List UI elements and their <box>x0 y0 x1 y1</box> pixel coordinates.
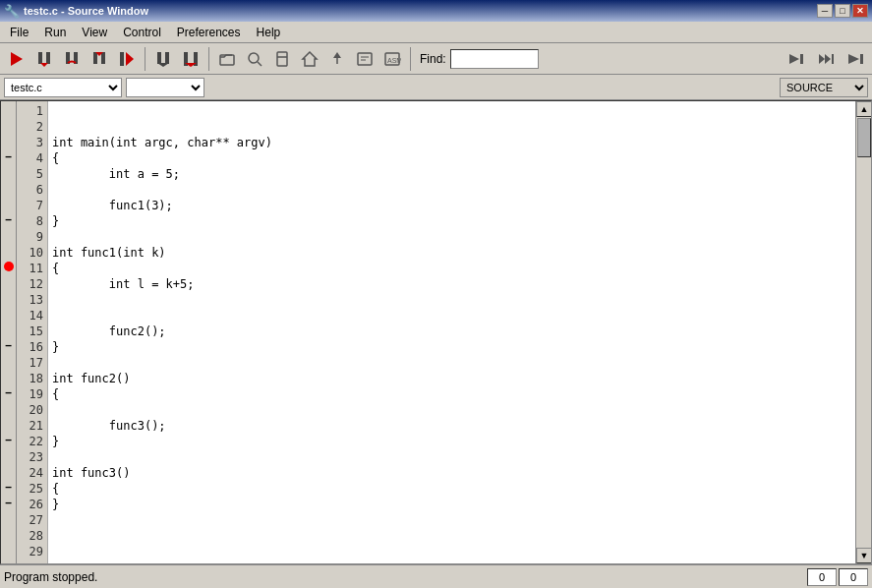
line-num-20: 20 <box>17 402 43 418</box>
line-num-7: 7 <box>17 198 43 213</box>
open-button[interactable] <box>214 47 240 71</box>
code-line-15: func2(); <box>52 323 851 339</box>
toolbar: ASM Find: <box>0 43 872 75</box>
status-coords: 0 0 <box>807 568 868 586</box>
line-num-22: 22 <box>17 434 43 449</box>
titlebar: 🔧 testc.c - Source Window ─ □ ✕ <box>0 0 872 22</box>
menu-view[interactable]: View <box>74 24 115 41</box>
svg-rect-20 <box>277 52 287 66</box>
line-num-27: 27 <box>17 512 43 528</box>
svg-marker-0 <box>11 52 23 66</box>
restart-button[interactable] <box>150 47 176 71</box>
scroll-thumb[interactable] <box>857 118 871 157</box>
gutter-line-25: – <box>1 479 17 495</box>
svg-rect-9 <box>120 52 124 66</box>
scroll-up-button[interactable]: ▲ <box>856 101 872 117</box>
code-content[interactable]: int main(int argc, char** argv){ int a =… <box>48 101 855 563</box>
gutter-line-7 <box>1 196 17 211</box>
gutter-line-13 <box>1 290 17 306</box>
gutter-line-27 <box>1 510 17 526</box>
code-line-3: int main(int argc, char** argv) <box>52 135 851 150</box>
end-btn[interactable] <box>843 47 868 71</box>
line-num-23: 23 <box>17 449 43 465</box>
line-num-3: 3 <box>17 135 43 150</box>
line-num-2: 2 <box>17 119 43 135</box>
svg-marker-10 <box>126 52 134 66</box>
svg-rect-2 <box>46 52 50 64</box>
svg-marker-35 <box>848 54 859 64</box>
search-button[interactable] <box>242 47 267 71</box>
svg-marker-22 <box>303 52 317 66</box>
code-line-26: } <box>52 497 851 512</box>
code-line-9 <box>52 229 851 245</box>
svg-rect-36 <box>860 54 863 64</box>
code-line-7: func1(3); <box>52 198 851 213</box>
svg-text:ASM: ASM <box>387 57 401 64</box>
func-dropdown[interactable] <box>126 78 204 97</box>
menu-control[interactable]: Control <box>115 24 169 41</box>
status-text: Program stopped. <box>4 570 807 584</box>
stop-button[interactable] <box>178 47 203 71</box>
step-into-button[interactable] <box>31 47 57 71</box>
minimize-button[interactable]: ─ <box>817 4 833 18</box>
code-line-13 <box>52 292 851 308</box>
code-line-14 <box>52 308 851 323</box>
line-num-29: 29 <box>17 544 43 559</box>
gutter-line-2 <box>1 117 17 133</box>
line-num-1: 1 <box>17 103 43 119</box>
step-over-button[interactable] <box>59 47 85 71</box>
step-out-button[interactable] <box>87 47 112 71</box>
menu-preferences[interactable]: Preferences <box>169 24 249 41</box>
line-num-19: 19 <box>17 386 43 402</box>
scroll-track[interactable] <box>856 117 871 548</box>
line-num-18: 18 <box>17 371 43 386</box>
source-view-button[interactable] <box>352 47 378 71</box>
line-num-8: 8 <box>17 213 43 229</box>
toolbar-sep-1 <box>145 47 145 71</box>
scroll-down-button[interactable]: ▼ <box>856 548 872 563</box>
gutter-line-22: – <box>1 432 17 447</box>
gutter-line-20 <box>1 400 17 416</box>
assembly-view-button[interactable]: ASM <box>379 47 405 71</box>
run-button[interactable] <box>4 47 29 71</box>
gutter-line-24 <box>1 463 17 479</box>
gutter-line-9 <box>1 227 17 243</box>
svg-line-19 <box>258 62 262 66</box>
step-btn-right[interactable] <box>784 47 809 71</box>
find-label: Find: <box>420 52 446 66</box>
home-button[interactable] <box>297 47 322 71</box>
code-line-5: int a = 5; <box>52 166 851 182</box>
close-button[interactable]: ✕ <box>852 4 868 18</box>
statusbar: Program stopped. 0 0 <box>0 564 872 588</box>
scrollbar-vertical[interactable]: ▲ ▼ <box>855 101 871 563</box>
svg-marker-13 <box>157 63 169 67</box>
file-dropdown[interactable]: testc.c <box>4 78 122 97</box>
bookmark-button[interactable] <box>269 47 295 71</box>
menu-file[interactable]: File <box>2 24 36 41</box>
gutter-line-19: – <box>1 384 17 400</box>
jump-btn[interactable] <box>813 47 839 71</box>
coord-x: 0 <box>807 568 837 586</box>
coord-y: 0 <box>839 568 868 586</box>
gutter-line-6 <box>1 180 17 196</box>
code-line-4: { <box>52 150 851 166</box>
line-num-15: 15 <box>17 323 43 339</box>
menu-run[interactable]: Run <box>36 24 74 41</box>
code-line-22: } <box>52 434 851 449</box>
arrow-up-button[interactable] <box>324 47 350 71</box>
gutter-line-5 <box>1 164 17 180</box>
code-line-1 <box>52 103 851 119</box>
gutter-line-17 <box>1 353 17 369</box>
maximize-button[interactable]: □ <box>835 4 850 18</box>
line-num-14: 14 <box>17 308 43 323</box>
line-num-9: 9 <box>17 229 43 245</box>
gutter-line-18 <box>1 369 17 384</box>
code-line-24: int func3() <box>52 465 851 481</box>
svg-rect-6 <box>93 52 97 64</box>
menu-help[interactable]: Help <box>249 24 289 41</box>
code-line-17 <box>52 355 851 371</box>
line-num-6: 6 <box>17 182 43 198</box>
view-dropdown[interactable]: SOURCE <box>780 78 868 97</box>
find-input[interactable] <box>450 49 539 69</box>
continue-button[interactable] <box>114 47 140 71</box>
